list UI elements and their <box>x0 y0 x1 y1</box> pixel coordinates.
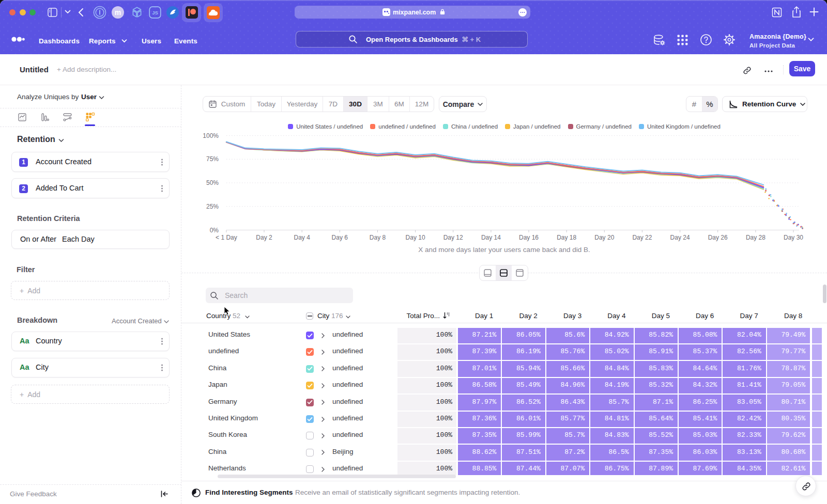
svg-text:Day 26: Day 26 <box>708 234 728 241</box>
svg-text:Day 30: Day 30 <box>784 234 803 241</box>
svg-text:Day 16: Day 16 <box>519 234 539 241</box>
svg-text:Day 28: Day 28 <box>746 234 765 241</box>
svg-text:0%: 0% <box>210 227 219 234</box>
svg-text:JS: JS <box>152 10 158 15</box>
svg-text:Day 12: Day 12 <box>443 234 463 241</box>
svg-text:Day 22: Day 22 <box>632 234 652 241</box>
svg-text:Day 20: Day 20 <box>594 234 614 241</box>
svg-text:25%: 25% <box>206 203 219 210</box>
svg-text:Day 14: Day 14 <box>481 234 501 241</box>
svg-text:Day 10: Day 10 <box>406 234 425 241</box>
svg-text:Day 4: Day 4 <box>294 234 311 241</box>
svg-text:< 1 Day: < 1 Day <box>216 234 237 241</box>
svg-text:Day 6: Day 6 <box>332 234 348 241</box>
svg-text:Day 18: Day 18 <box>557 234 576 241</box>
svg-text:50%: 50% <box>206 179 219 186</box>
svg-text:Day 2: Day 2 <box>256 234 272 241</box>
svg-text:75%: 75% <box>206 155 219 163</box>
svg-text:Day 24: Day 24 <box>670 234 690 241</box>
svg-text:Day 8: Day 8 <box>370 234 386 241</box>
svg-text:100%: 100% <box>203 132 219 139</box>
